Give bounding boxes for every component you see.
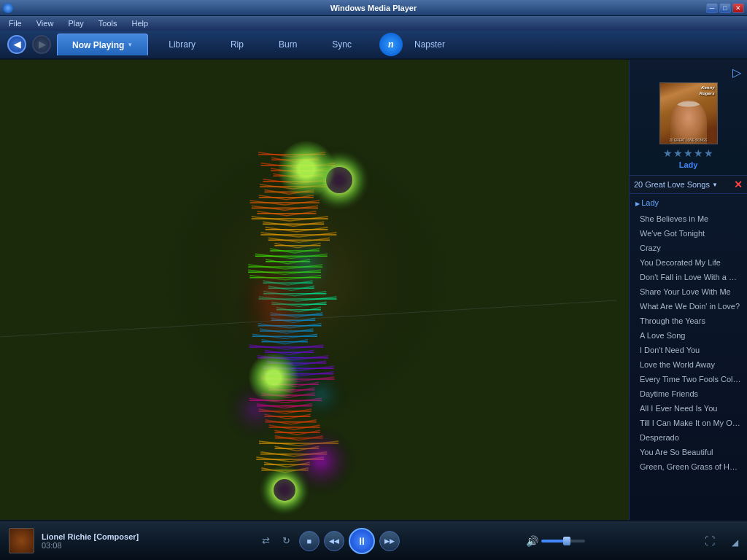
menu-bar: File View Play Tools Help [0, 16, 747, 31]
maximize-button[interactable]: □ [719, 3, 731, 13]
star-2: ★ [673, 147, 683, 159]
now-playing-artist: Lionel Richie [Composer] [42, 532, 139, 541]
playlist-item[interactable]: Through the Years [630, 314, 747, 328]
volume-icon: 🔊 [526, 535, 538, 547]
playlist-item[interactable]: What Are We Doin' in Love? [630, 299, 747, 314]
viz-orb-bottom [248, 352, 299, 403]
playlist-header: 20 Great Love Songs ▼ ✕ [630, 176, 747, 194]
back-button[interactable]: ◀ [7, 35, 26, 54]
volume-thumb [563, 537, 570, 545]
playlist-item[interactable]: All I Ever Need Is You [630, 401, 747, 416]
right-panel: ▷ KennyRogers 20 GREAT LOVE SONGS [629, 60, 747, 520]
next-button[interactable]: ▶▶ [379, 531, 400, 551]
window-title: Windows Media Player [330, 4, 417, 12]
menu-file[interactable]: File [6, 18, 25, 29]
playlist-item[interactable]: You Decorated My Life [630, 255, 747, 270]
now-playing-thumbnail [9, 528, 34, 553]
now-playing-info: Lionel Richie [Composer] 03:08 [42, 532, 139, 550]
star-1: ★ [663, 147, 673, 159]
playlist-item[interactable]: Don't Fall in Love With a Dre... [630, 270, 747, 284]
playlist-item[interactable]: Daytime Friends [630, 386, 747, 401]
title-bar-left [3, 3, 13, 13]
playlist-item[interactable]: Love the World Away [630, 357, 747, 372]
star-5: ★ [704, 147, 713, 159]
fullscreen-button[interactable]: ⛶ [705, 535, 715, 547]
menu-tools[interactable]: Tools [96, 18, 120, 29]
playlist-item[interactable]: Every Time Two Fools Collid... [630, 372, 747, 386]
stop-button[interactable]: ■ [299, 531, 320, 551]
playlist-section: 20 Great Love Songs ▼ ✕ LadyShe Believes… [630, 176, 747, 520]
playlist-item[interactable]: Desperado [630, 430, 747, 445]
napster-tab[interactable]: Napster [407, 39, 452, 50]
expand-button[interactable]: ▷ [732, 66, 741, 79]
album-section: ▷ KennyRogers 20 GREAT LOVE SONGS [630, 60, 747, 176]
volume-section: 🔊 [526, 535, 585, 547]
transport-controls: ⇄ ↻ ■ ◀◀ ⏸ ▶▶ [258, 528, 400, 554]
repeat-button[interactable]: ↻ [279, 533, 295, 549]
playlist-item[interactable]: You Are So Beautiful [630, 445, 747, 459]
playlist-title: 20 Great Love Songs [634, 180, 710, 189]
playlist-item[interactable]: Till I Can Make It on My Own [630, 416, 747, 430]
now-playing-time: 03:08 [42, 541, 139, 550]
visualization-area [0, 60, 629, 520]
napster-icon[interactable]: n [379, 33, 403, 56]
main-content: ▷ KennyRogers 20 GREAT LOVE SONGS [0, 60, 747, 520]
menu-play[interactable]: Play [65, 18, 86, 29]
playlist-item[interactable]: Lady [630, 195, 747, 211]
dropdown-arrow-icon: ▼ [712, 182, 718, 188]
volume-slider[interactable] [541, 540, 585, 542]
menu-help[interactable]: Help [128, 18, 151, 29]
playlist-item[interactable]: Green, Green Grass of Hom... [630, 459, 747, 474]
star-4: ★ [694, 147, 703, 159]
tab-rip[interactable]: Rip [216, 34, 258, 55]
minimize-button[interactable]: ─ [706, 3, 718, 13]
shuffle-button[interactable]: ⇄ [258, 533, 274, 549]
viz-orb-top [277, 140, 336, 198]
playlist-item[interactable]: She Believes in Me [630, 211, 747, 226]
title-bar: Windows Media Player ─ □ ✕ [0, 0, 747, 16]
previous-button[interactable]: ◀◀ [324, 531, 344, 551]
now-playing-song-label: Lady [679, 160, 698, 169]
tab-sync[interactable]: Sync [317, 34, 366, 55]
album-art: KennyRogers 20 GREAT LOVE SONGS [659, 82, 718, 144]
tab-library[interactable]: Library [154, 34, 210, 55]
playlist-item[interactable]: We've Got Tonight [630, 226, 747, 241]
menu-view[interactable]: View [34, 18, 57, 29]
nav-bar: ◀ ▶ Now Playing ▼ Library Rip Burn Sync … [0, 31, 747, 60]
window-controls: ─ □ ✕ [706, 3, 744, 13]
star-rating[interactable]: ★ ★ ★ ★ ★ [663, 147, 713, 159]
album-header: ▷ [635, 66, 741, 79]
star-3: ★ [684, 147, 693, 159]
bottom-bar: Lionel Richie [Composer] 03:08 ⇄ ↻ ■ ◀◀ … [0, 520, 747, 560]
play-pause-button[interactable]: ⏸ [349, 528, 375, 554]
app-icon [3, 3, 13, 13]
forward-button[interactable]: ▶ [32, 35, 51, 54]
visualizer-canvas [0, 60, 629, 520]
close-button[interactable]: ✕ [732, 3, 744, 13]
playlist-dropdown[interactable]: 20 Great Love Songs ▼ [634, 180, 718, 189]
playlist-item[interactable]: A Love Song [630, 328, 747, 343]
playlist-close-button[interactable]: ✕ [734, 179, 743, 190]
playlist-item[interactable]: Crazy [630, 241, 747, 255]
resize-handle[interactable]: ◢ [725, 534, 738, 548]
playlist-item[interactable]: Share Your Love With Me [630, 284, 747, 299]
tab-now-playing[interactable]: Now Playing ▼ [57, 34, 148, 55]
playlist-items: LadyShe Believes in MeWe've Got TonightC… [630, 194, 747, 520]
playlist-item[interactable]: I Don't Need You [630, 343, 747, 357]
tab-burn[interactable]: Burn [264, 34, 311, 55]
